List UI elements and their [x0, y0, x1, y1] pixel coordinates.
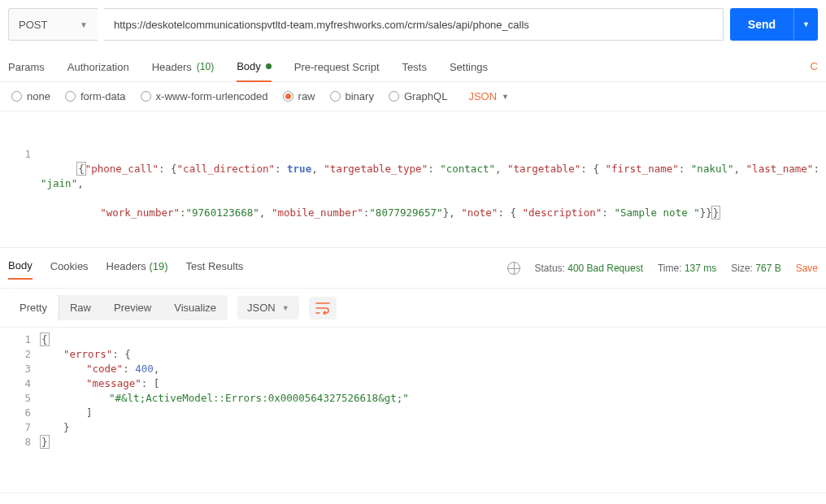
- http-method-value: POST: [19, 19, 47, 31]
- view-preview[interactable]: Preview: [102, 295, 163, 320]
- response-format-select[interactable]: JSON▼: [237, 296, 299, 319]
- caret-down-icon: ▼: [80, 20, 88, 29]
- body-type-raw[interactable]: raw: [283, 90, 315, 102]
- resp-tab-cookies[interactable]: Cookies: [50, 257, 89, 279]
- response-gutter: 1 2 3 4 5 6 7 8: [0, 332, 41, 450]
- globe-icon[interactable]: [507, 262, 520, 275]
- request-body-editor[interactable]: 1 {"phone_call": {"call_direction": true…: [0, 111, 826, 248]
- radio-icon: [330, 91, 341, 102]
- radio-icon: [389, 91, 399, 102]
- body-type-xwww[interactable]: x-www-form-urlencoded: [141, 90, 268, 102]
- caret-down-icon: ▼: [282, 304, 289, 312]
- tab-body[interactable]: Body: [237, 54, 272, 82]
- body-type-graphql[interactable]: GraphQL: [389, 90, 447, 102]
- caret-down-icon: ▼: [802, 20, 810, 28]
- resp-tab-body[interactable]: Body: [8, 256, 33, 280]
- editor-gutter: 1: [0, 118, 41, 241]
- view-raw[interactable]: Raw: [59, 295, 102, 320]
- modified-dot-icon: [266, 63, 272, 69]
- resp-headers-count: (19): [149, 260, 167, 272]
- view-visualize[interactable]: Visualize: [163, 295, 228, 320]
- url-input[interactable]: [104, 8, 724, 41]
- radio-selected-icon: [283, 91, 293, 102]
- body-type-formdata[interactable]: form-data: [65, 90, 126, 102]
- headers-count: (10): [197, 61, 214, 72]
- resp-tab-testresults[interactable]: Test Results: [186, 257, 244, 279]
- view-pretty[interactable]: Pretty: [8, 295, 59, 320]
- resp-tab-headers[interactable]: Headers (19): [107, 257, 168, 279]
- http-method-select[interactable]: POST ▼: [8, 8, 98, 41]
- time-block: Time: 137 ms: [658, 263, 716, 274]
- save-response-button[interactable]: Save: [796, 263, 818, 274]
- body-type-none[interactable]: none: [11, 90, 50, 102]
- radio-icon: [65, 91, 76, 102]
- tab-settings[interactable]: Settings: [450, 54, 488, 81]
- send-button-caret[interactable]: ▼: [793, 8, 818, 41]
- tab-tests[interactable]: Tests: [402, 54, 427, 81]
- tab-authorization[interactable]: Authorization: [67, 54, 129, 81]
- wrap-lines-button[interactable]: [309, 297, 337, 319]
- tab-headers[interactable]: Headers (10): [152, 54, 214, 81]
- tab-prerequest[interactable]: Pre-request Script: [294, 54, 380, 81]
- body-language-select[interactable]: JSON▼: [468, 90, 509, 102]
- caret-down-icon: ▼: [502, 93, 509, 101]
- send-button[interactable]: Send: [730, 8, 793, 41]
- wrap-icon: [315, 302, 330, 315]
- footer-bar: [0, 493, 826, 504]
- tab-params[interactable]: Params: [8, 54, 45, 81]
- response-body-editor[interactable]: 1 2 3 4 5 6 7 8 { "errors": { "code": 40…: [0, 328, 826, 454]
- body-type-binary[interactable]: binary: [330, 90, 374, 102]
- cookies-indicator[interactable]: C: [811, 54, 818, 81]
- size-block: Size: 767 B: [731, 263, 780, 274]
- status-block: Status: 400 Bad Request: [535, 263, 643, 274]
- radio-icon: [141, 91, 151, 102]
- radio-icon: [11, 91, 22, 102]
